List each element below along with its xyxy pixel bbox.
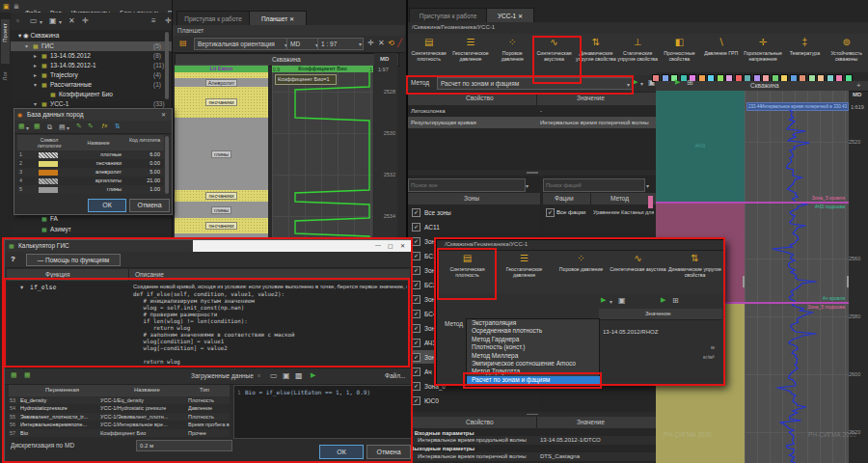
window-menu-icon[interactable]: ≣ [14,2,19,11]
lithology-band-песчаники[interactable]: песчаники [175,87,268,118]
row-remove-icon[interactable]: ▦ [34,123,41,130]
ribbon-synthetic-density[interactable]: ▤Синтетическая плотность [439,251,496,291]
variable-row-54[interactable]: 54HydrostaticpressureУСС-1/Hydrostatic p… [9,404,230,412]
formula-editor[interactable]: 1 Bio = if_else(LitEaton == 1, 1, 0.9) [233,385,412,439]
save-caret-icon[interactable]: ▾ [59,18,62,25]
depth-ref-select[interactable]: MD ▾ [286,38,321,50]
var-remove-icon[interactable]: ▦ [24,371,31,379]
zone-checkbox[interactable]: ✓ [412,237,420,246]
orientation-select[interactable]: Вертикальная ориентация ▾ [194,38,290,50]
fx-icon[interactable]: ƒx [101,123,107,128]
menu-item-0[interactable]: Экстраполяция [467,319,602,327]
facies-checkbox[interactable]: ✓ [546,208,555,217]
rock-row-песчаники[interactable]: 2песчаники0.00 [17,159,164,168]
menu-item-3[interactable]: Плотность (конст.) [467,343,602,351]
menu-item-1[interactable]: Осредненная плотность [467,327,602,335]
tree-item-13-14.05.2012-1[interactable]: ▸▦13-14.05.2012-1(11) [11,61,172,70]
zone-item-AC11[interactable]: ✓AC11 [408,220,540,233]
open-folder-icon[interactable]: ▭ [30,16,38,25]
ribbon-dynamic-elastic[interactable]: ⇅Динамические упругие свойства [575,35,616,75]
lithology-band-глины[interactable]: глины [175,118,268,190]
ribbon-static-elastic[interactable]: ⊥Статические упругие свойства [617,35,659,75]
menu-item-5[interactable]: Эмпирическое соотношение Amoco [467,360,602,368]
list-menu-icon[interactable]: ≡ [151,16,156,25]
side-tab-project[interactable]: Проект [1,19,10,64]
popup-save-icon[interactable]: ▣ [618,296,626,305]
variable-row-56[interactable]: 56Интервальноевремяпопе...УСС-1/Интервал… [9,421,230,428]
calc-func-arrow-icon[interactable]: ▾ [20,284,23,291]
script-open-icon[interactable]: ▭ [270,371,278,380]
tree-item-FA[interactable]: ▦FA [11,214,165,224]
side-tab-log[interactable]: Лог [1,69,10,98]
rock-row-аргиллиты[interactable]: 4аргиллиты21.00 [17,177,164,185]
popup-grid-icon[interactable]: ⊞ [672,296,679,305]
paste-caret-icon[interactable]: ▾ [67,124,69,131]
search-zones-caret-icon[interactable]: ▾ [526,182,529,189]
props-splitter[interactable] [408,170,656,176]
add-icon[interactable]: ✛ [82,16,89,25]
zone-item-Все зоны[interactable]: ✓Все зоны [408,205,540,219]
zone-checkbox[interactable]: ✓ [412,281,420,289]
tree-item-Trajectory[interactable]: ▸▦Trajectory(4) [11,70,172,80]
tree-add-icon[interactable]: ✛ [165,16,172,25]
tab-uss1-close-icon[interactable]: ✕ [518,14,523,19]
track-grip-right[interactable] [847,276,849,287]
props-row-0[interactable]: Литоколонка- [408,105,656,117]
zone-checkbox[interactable]: ✓ [412,223,420,232]
zone-checkbox[interactable]: ✓ [412,208,420,217]
script-export-icon[interactable]: ▩ [295,371,303,380]
method-select[interactable]: Расчет по зонам и фациям ▾ [437,77,633,90]
rock-row-глины[interactable]: 5глины1.00 [17,185,164,194]
params-input-row[interactable]: Интервальное время продольной волны 13-1… [408,436,656,445]
variable-row-55[interactable]: 55Эквивалент_плотности_tr...УСС-1/Эквива… [9,413,230,421]
lit-track[interactable]: Lit Eaton Алевролитпесчаникиглиныпесчани… [175,65,268,239]
zone-checkbox[interactable]: ✓ [412,252,420,260]
discretization-input[interactable]: 0.2 м [136,440,232,451]
script-run-icon[interactable]: ▶ [311,371,315,379]
calc-function-area[interactable]: ▾ if_else Исходный код Создание новой кр… [7,281,410,366]
tree-item-Азимут[interactable]: ▦Азимут [11,225,165,234]
popup-run-caret-icon[interactable]: ▾ [610,298,612,305]
menu-item-2[interactable]: Метод Гарднера [467,336,602,343]
zone-checkbox[interactable]: ✓ [412,368,420,376]
menu-item-6[interactable]: Метод Трауготта [467,368,602,375]
paste-icon[interactable]: ▤ [59,123,66,131]
tab-tablet[interactable]: Планшет ✕ [249,11,307,26]
rock-scrollbar[interactable] [165,136,169,194]
calc-help-icon[interactable]: ? [11,255,15,263]
calc-close-icon[interactable]: ✕ [400,242,405,249]
zone-checkbox[interactable]: ✓ [412,324,420,333]
track-grip-left[interactable] [743,276,745,287]
props-row-1[interactable]: Результирующая криваяИнтервальное время … [408,117,656,128]
run-all-icon[interactable]: ▶ [675,78,680,86]
tree-item-Коэффициент Био[interactable]: ▦Коэффициент Био [11,90,172,99]
zone-item-ЮС0[interactable]: ✓ЮС0 [408,394,540,407]
file-label[interactable]: Файл... [385,372,405,379]
rock-ok-button[interactable]: ОК [88,199,126,212]
ribbon-synthetic-acoustics[interactable]: ∿Синтетическая акустика [610,251,666,291]
variable-row-53[interactable]: 53Eq_densityУСС-1/Eq_densityПлотность [9,396,230,404]
variable-row-57[interactable]: 57BioКоэффициент БиоПрочее [9,429,230,437]
ribbon-dynamic-elastic[interactable]: ⇅Динамические упругие свойства [666,251,723,291]
new-file-icon[interactable]: ▫ [16,16,19,25]
search-zones-input[interactable] [408,178,526,192]
tree-scrollbar[interactable] [165,32,169,99]
zone-checkbox[interactable]: ✓ [412,382,420,391]
tablet-add-icon[interactable]: ✛ [367,39,374,47]
calc-ok-button[interactable]: ОК [319,445,364,459]
facies-row[interactable]: ✓ Все фации Уравнение Кастаньи для сланц… [543,206,656,218]
script-save-icon[interactable]: ▣ [283,371,290,380]
edit-export-icon[interactable]: ✎ [88,123,94,130]
tab-getting-started-right[interactable]: Приступая к работе [409,8,487,23]
tree-item-13-14.05.2012[interactable]: ▸▦13-14.05.2012(8) [11,51,172,61]
zone-checkbox[interactable]: ✓ [412,339,420,347]
ribbon-geostatic-pressure[interactable]: ☰Геостатическое давление [449,35,491,75]
params-output-row[interactable]: Интервальное время поперечной волны DTS_… [408,452,656,461]
rock-row-плотные[interactable]: 1плотные6.00 [17,150,164,159]
bio-track[interactable]: 0.9 Коэффициент Био 1 Коэффициент Био=1 [272,65,373,239]
ribbon-pore-pressure[interactable]: ⁘Поровое давление [492,35,533,75]
tab-getting-started-left[interactable]: Приступая к работе [176,11,250,26]
formula-text[interactable]: Bio = if_else(LitEaton == 1, 1, 0.9) [245,389,370,395]
zone-checkbox[interactable]: ✓ [412,266,420,275]
search-facies-caret-icon[interactable]: ▾ [646,182,649,189]
